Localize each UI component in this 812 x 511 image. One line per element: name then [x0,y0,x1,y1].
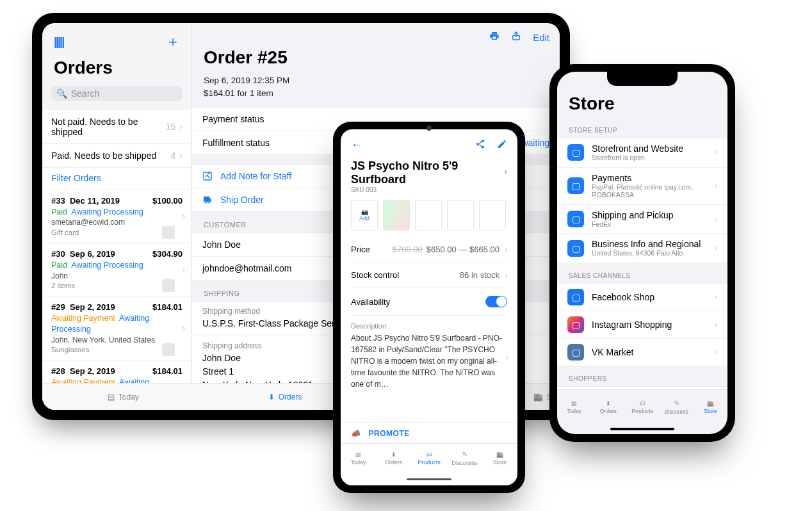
store-icon: 🏬 [496,451,503,458]
product-thumb[interactable] [479,200,506,231]
menu-item-subtitle: United States, 94306 Palo Alto [592,249,707,257]
menu-item-icon: ▢ [567,344,584,361]
store-menu-item[interactable]: ▢Business Info and RegionalUnited States… [557,234,727,263]
store-icon: 🏬 [533,393,543,402]
availability-toggle[interactable] [485,296,507,307]
filter-orders-link[interactable]: Filter Orders [42,168,191,190]
group-header: SALES CHANNELS [557,263,727,283]
tab-orders[interactable]: ⬇︎Orders [591,390,625,424]
share-icon[interactable] [511,31,521,44]
menu-item-title: VK Market [592,347,707,357]
product-title: JS Psycho Nitro 5'9 Surfboard [351,159,504,186]
chevron-right-icon: › [715,215,717,223]
store-menu-item[interactable]: ▢Instagram Shopping› [557,311,727,339]
tab-products[interactable]: 🏷Products [411,444,446,473]
stock-label: Stock control [351,270,399,280]
store-menu-item[interactable]: ▢PaymentsPayPal, Płatność online tpay.co… [557,168,727,205]
menu-item-subtitle: Storefront is open [592,154,707,162]
tab-label: Orders [600,408,617,414]
print-icon[interactable] [489,31,499,44]
search-input[interactable]: 🔍 Search [51,86,183,101]
iphone-bottom-tabs: ▤Today ⬇︎Orders 🏷Products ％Discounts 🏬St… [557,389,727,424]
stock-row[interactable]: Stock control 86 in stock › [351,263,507,288]
chevron-right-icon: › [715,320,717,329]
tab-products[interactable]: 🏷Products [625,390,659,424]
ship-order-label: Ship Order [220,195,264,205]
chevron-right-icon: › [715,181,717,190]
order-thumb [162,226,175,239]
store-menu-item[interactable]: ▢Facebook Shop› [557,284,727,311]
order-list-item[interactable]: #33 Dec 11, 2019$100.00 Paid Awaiting Pr… [42,190,191,243]
order-meta: Sep 6, 2019 12:35 PM $164.01 for 1 item [192,72,560,107]
store-menu-item[interactable]: ▢Customers› [557,387,727,389]
menu-item-icon: ▢ [567,289,584,305]
barcode-icon[interactable]: ||||| [54,35,63,49]
tab-today[interactable]: ▤Today [557,390,591,424]
products-icon: 🏷 [426,451,432,458]
store-menu-item[interactable]: ▢Storefront and WebsiteStorefront is ope… [557,138,727,168]
order-thumb [162,343,175,356]
tab-label: Store [493,459,507,466]
add-icon[interactable]: ＋ [166,32,180,51]
today-icon: ▤ [571,400,577,407]
filter-not-paid[interactable]: Not paid. Needs to be shipped 15 › [42,110,191,144]
camera-icon: 📷 [361,209,368,215]
product-thumb[interactable] [415,200,442,231]
order-list-item[interactable]: #30 Sep 6, 2019$304.90 Paid Awaiting Pro… [42,243,191,296]
today-icon: ▤ [108,393,115,402]
menu-item-title: Instagram Shopping [592,320,707,330]
store-menu-item[interactable]: ▢VK Market› [557,339,727,366]
filter-count: 15 [166,122,176,132]
chevron-right-icon: › [715,244,717,253]
iphone-groups: STORE SETUP▢Storefront and WebsiteStoref… [557,118,727,389]
tab-today[interactable]: ▤Today [42,384,204,410]
fulfillment-status-value: waiting [521,138,549,148]
product-thumb[interactable] [383,200,410,231]
tab-label: Orders [279,393,302,402]
store-menu-item[interactable]: ▢Shipping and PickupFedEx› [557,205,727,234]
tab-today[interactable]: ▤Today [341,444,376,473]
edit-icon[interactable] [497,139,507,152]
filter-paid[interactable]: Paid. Needs to be shipped 4 › [42,144,191,168]
menu-item-icon: ▢ [567,144,584,161]
product-thumb[interactable] [447,200,474,231]
chevron-right-icon: › [179,150,183,161]
group-header: STORE SETUP [557,118,727,138]
android-nav-bar [341,473,517,485]
chevron-right-icon[interactable]: › [504,166,507,177]
chevron-right-icon: › [715,348,717,357]
discounts-icon: ％ [462,450,467,458]
price-row[interactable]: Price $700.00 $650.00 — $665.00 › [351,237,507,263]
chevron-right-icon: › [179,122,183,132]
share-icon[interactable] [475,139,485,152]
order-date: Sep 6, 2019 12:35 PM [204,74,548,87]
order-list-item[interactable]: #29 Sep 2, 2019$184.01 Awaiting Payment … [42,296,191,361]
tab-discounts[interactable]: ％Discounts [660,390,694,424]
store-icon: 🏬 [707,400,714,407]
tab-orders[interactable]: ⬇︎Orders [376,444,411,473]
tab-label: Store [704,408,717,414]
promote-button[interactable]: 📣 PROMOTE [341,422,517,443]
megaphone-icon: 📣 [351,429,361,438]
chevron-right-icon: › [183,323,185,334]
products-icon: 🏷 [640,400,646,407]
menu-item-title: Facebook Shop [592,292,707,302]
tab-store[interactable]: 🏬Store [694,390,727,424]
discounts-icon: ％ [674,400,679,407]
orders-icon: ⬇︎ [268,393,275,402]
add-photo-button[interactable]: 📷 Add [351,200,378,231]
tab-discounts[interactable]: ％Discounts [447,444,482,473]
tab-label: Orders [385,459,403,466]
tab-store[interactable]: 🏬Store [482,444,517,473]
back-icon[interactable]: ← [351,138,362,152]
today-icon: ▤ [355,451,361,458]
product-sku: SKU 003 [351,186,507,193]
order-thumb [162,279,175,292]
filter-label: Not paid. Needs to be shipped [51,117,166,137]
description-text: About JS Psycho Nitro 5'9 Surfboard - PN… [351,332,507,390]
edit-button[interactable]: Edit [533,32,549,43]
iphone-device: Store STORE SETUP▢Storefront and Website… [549,64,735,442]
orders-list: #33 Dec 11, 2019$100.00 Paid Awaiting Pr… [42,190,191,410]
description-row[interactable]: Description About JS Psycho Nitro 5'9 Su… [351,315,507,390]
orders-icon: ⬇︎ [606,400,611,407]
